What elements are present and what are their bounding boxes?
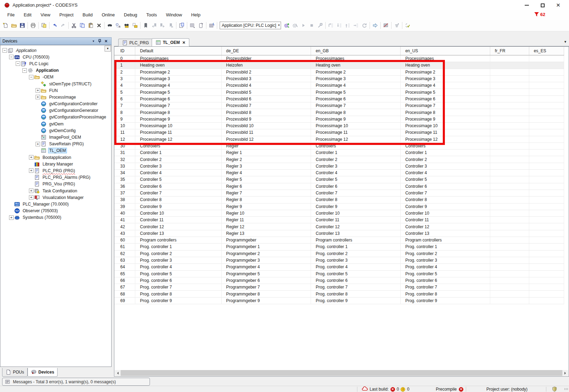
new-object-icon[interactable]: [197, 21, 205, 30]
table-cell[interactable]: [490, 129, 529, 136]
print-icon[interactable]: [29, 21, 37, 30]
messages-bar[interactable]: Messages - Total 3 error(s), 1 warning(s…: [2, 378, 150, 386]
column-header-id[interactable]: ID: [114, 47, 135, 55]
column-header-default[interactable]: Default: [135, 47, 221, 55]
table-cell[interactable]: Heizofen: [222, 62, 311, 68]
table-cell[interactable]: Processimage 10: [401, 123, 490, 129]
table-row[interactable]: 12Processimage 12Prozessbild 12Processim…: [114, 136, 564, 143]
bottom-tab-devices[interactable]: Devices: [28, 368, 58, 377]
table-cell[interactable]: 3: [114, 76, 135, 82]
table-cell[interactable]: [529, 129, 564, 136]
build-icon[interactable]: [207, 21, 216, 30]
menu-window[interactable]: Window: [161, 10, 187, 20]
table-cell[interactable]: [529, 69, 564, 75]
table-cell[interactable]: Prog. controller 4: [311, 264, 401, 270]
tree-item-bootapplication[interactable]: Bootapplication: [1, 154, 104, 161]
table-cell[interactable]: [529, 89, 564, 95]
table-row[interactable]: 68Prog. controller 8Programmgeber 8Prog.…: [114, 291, 564, 297]
table-row[interactable]: 42Controller 12Regler 12Controller 12Con…: [114, 223, 564, 230]
table-cell[interactable]: [490, 284, 529, 290]
quick-replace-icon[interactable]: B: [114, 21, 122, 30]
collapse-icon[interactable]: [29, 75, 33, 79]
table-cell[interactable]: [490, 203, 529, 210]
table-cell[interactable]: [529, 251, 564, 257]
bottom-tab-pous[interactable]: POUs: [2, 368, 28, 377]
next-step-icon[interactable]: [371, 21, 379, 30]
table-cell[interactable]: [490, 217, 529, 223]
table-cell[interactable]: 42: [114, 223, 135, 230]
table-cell[interactable]: Prozessbild 7: [222, 102, 311, 109]
table-cell[interactable]: Programmgeber 7: [222, 284, 311, 290]
copy-icon[interactable]: [78, 21, 86, 30]
table-row[interactable]: 31Controller 1Regler 1Controller 1Contro…: [114, 149, 564, 156]
table-row[interactable]: 1Heating ovenHeizofenHeating ovenHeating…: [114, 62, 564, 69]
table-row[interactable]: 65Prog. controller 5Programmgeber 5Prog.…: [114, 271, 564, 277]
table-cell[interactable]: [529, 223, 564, 230]
tree-filter-dropdown[interactable]: ▼: [105, 46, 111, 52]
table-cell[interactable]: Processimage 11: [311, 129, 401, 136]
table-cell[interactable]: Controller 7: [311, 190, 401, 196]
table-row[interactable]: 37Controller 7Regler 7Controller 7Contro…: [114, 190, 564, 197]
bookmark-icon[interactable]: [142, 21, 150, 30]
stop-icon[interactable]: [308, 21, 316, 30]
table-cell[interactable]: [529, 291, 564, 297]
table-cell[interactable]: [490, 76, 529, 82]
table-cell[interactable]: Processimages: [135, 55, 221, 62]
table-cell[interactable]: [490, 116, 529, 122]
table-cell[interactable]: Processimage 2: [311, 69, 401, 75]
column-header-en_gb[interactable]: en_GB: [311, 47, 401, 55]
table-cell[interactable]: Prog. controller 2: [401, 251, 490, 257]
table-cell[interactable]: Controller 8: [311, 197, 401, 203]
table-cell[interactable]: 68: [114, 291, 135, 297]
table-cell[interactable]: [529, 136, 564, 143]
table-cell[interactable]: [490, 89, 529, 95]
expand-icon[interactable]: [29, 168, 33, 173]
expand-icon[interactable]: [9, 215, 14, 220]
run-icon[interactable]: [299, 21, 308, 30]
maximize-button[interactable]: [535, 0, 550, 10]
table-cell[interactable]: Program controllers: [135, 237, 221, 243]
table-row[interactable]: 69Prog. controller 9Programmgeber 9Prog.…: [114, 298, 564, 304]
flow-control-icon[interactable]: [382, 21, 390, 30]
menu-project[interactable]: Project: [55, 10, 78, 20]
table-cell[interactable]: [490, 96, 529, 102]
replace-all-icon[interactable]: [131, 21, 139, 30]
table-cell[interactable]: 60: [114, 237, 135, 243]
table-cell[interactable]: Controller 1: [401, 149, 490, 156]
table-cell[interactable]: Prozessbild 9: [222, 116, 311, 122]
find-icon[interactable]: [106, 21, 114, 30]
tree-item-application[interactable]: Application: [1, 47, 104, 54]
table-cell[interactable]: Prog. controller 3: [401, 257, 490, 263]
tree-item-task-configuration[interactable]: Task Configuration: [1, 187, 104, 194]
table-cell[interactable]: 43: [114, 230, 135, 237]
table-cell[interactable]: Program controllers: [401, 237, 490, 243]
combo-dropdown-icon[interactable]: ▼: [276, 24, 280, 27]
table-cell[interactable]: Regler 4: [222, 170, 311, 176]
table-row[interactable]: 62Prog. controller 2Programmgeber 2Prog.…: [114, 251, 564, 257]
tree-item-prg-visu-prg[interactable]: PRG_Visu (PRG): [1, 181, 104, 187]
table-cell[interactable]: [490, 176, 529, 183]
expand-icon[interactable]: [36, 88, 40, 93]
login-icon[interactable]: [282, 21, 291, 30]
table-cell[interactable]: Programmgeber: [222, 237, 311, 243]
table-cell[interactable]: Prozessbild 10: [222, 123, 311, 129]
editor-tab-plc_prg[interactable]: PLC_PRG: [118, 39, 153, 46]
table-cell[interactable]: Controller 12: [135, 223, 221, 230]
resize-grip[interactable]: [564, 388, 568, 390]
table-cell[interactable]: [529, 277, 564, 284]
table-cell[interactable]: Controller 2: [311, 156, 401, 162]
collapse-icon[interactable]: [2, 48, 7, 53]
table-cell[interactable]: [529, 102, 564, 109]
table-row[interactable]: 67Prog. controller 7Programmgeber 7Prog.…: [114, 284, 564, 291]
table-cell[interactable]: [529, 271, 564, 277]
table-cell[interactable]: 40: [114, 210, 135, 216]
cut-icon[interactable]: [70, 21, 78, 30]
table-cell[interactable]: [529, 76, 564, 82]
table-cell[interactable]: Prog. controller 9: [311, 298, 401, 304]
table-cell[interactable]: Prozessbild 11: [222, 129, 311, 136]
table-cell[interactable]: Controller 7: [135, 190, 221, 196]
table-cell[interactable]: 39: [114, 203, 135, 210]
table-cell[interactable]: Controller 3: [401, 163, 490, 169]
tree-item-plc-logic[interactable]: PLC Logic: [1, 60, 104, 67]
table-cell[interactable]: Prozessbilder: [222, 55, 311, 62]
